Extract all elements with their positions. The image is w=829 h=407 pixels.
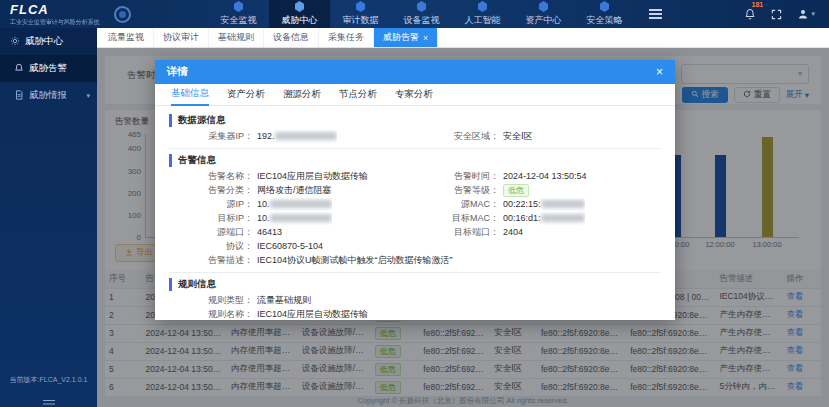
sidebar-item-intel-doc[interactable]: 威胁情报▾ [0,82,97,109]
tab-流量监视[interactable]: 流量监视 [99,28,154,47]
detail-modal: 详情 × 基础信息资产分析溯源分析节点分析专家分析 数据源信息采集器IP：192… [155,60,675,320]
asset-center-icon [539,1,549,12]
field-value: IEC60870-5-104 [257,240,323,253]
nav-item-asset-center[interactable]: 资产中心 [513,0,574,28]
field-value: IEC104应用层自动数据传输 [257,308,368,320]
section-fields: 告警名称：IEC104应用层自动数据传输告警时间：2024-12-04 13:5… [169,170,661,267]
field-value: 192. [257,130,337,143]
tab-基础规则[interactable]: 基础规则 [209,28,264,47]
nav-items: 安全监视威胁中心审计数据设备监视人工智能资产中心安全策略 [208,0,635,28]
section-title: 告警信息 [169,154,661,167]
tab-strip: 流量监视协议审计基础规则设备信息采集任务威胁告警× [97,28,829,48]
tab-label: 采集任务 [328,31,364,44]
nav-item-device-monitor[interactable]: 设备监视 [391,0,452,28]
notifications-bell-icon[interactable]: 181 [744,8,756,20]
field-row: 目标端口：2404 [415,226,661,239]
field-row: 告警描述：IEC104协议U帧测试帧中触发“启动数据传输激活” [169,254,661,267]
tab-协议审计[interactable]: 协议审计 [154,28,209,47]
redacted-value [541,214,585,222]
tab-label: 流量监视 [108,31,144,44]
nav-item-label: 资产中心 [526,14,562,27]
tab-设备信息[interactable]: 设备信息 [264,28,319,47]
sidebar: 威胁中心 威胁告警威胁情报▾ 当前版本:FLCA_V2.1.0.1 [0,28,97,407]
redacted-value [541,200,585,208]
chevron-down-icon: ▾ [86,92,90,100]
field-label: 安全区域： [415,130,499,143]
field-row: 规则类型：流量基础规则 [169,294,661,307]
nav-item-label: 威胁中心 [282,14,318,27]
version-label: 当前版本:FLCA_V2.1.0.1 [0,375,97,385]
nav-item-label: 安全监视 [221,14,257,27]
logo-text: FLCA [10,3,108,17]
field-row: 安全区域：安全Ⅰ区 [415,130,661,143]
tab-采集任务[interactable]: 采集任务 [319,28,374,47]
nav-item-label: 审计数据 [343,14,379,27]
nav-item-ai[interactable]: 人工智能 [452,0,513,28]
close-icon[interactable]: × [423,33,428,43]
modal-tab-专家分析[interactable]: 专家分析 [395,88,433,105]
field-value: 2404 [503,226,523,239]
sidebar-section-threat-center[interactable]: 威胁中心 [0,28,97,55]
field-label: 规则名称： [169,308,253,320]
field-label: 目标MAC： [415,212,499,225]
field-value: IEC104协议U帧测试帧中触发“启动数据传输激活” [257,254,453,267]
field-label: 源端口： [169,226,253,239]
sidebar-item-alarm-bell[interactable]: 威胁告警 [0,55,97,82]
logo-subtitle: 工业安全监管审计与风险分析系统 [10,18,100,25]
field-value: 46413 [257,226,282,239]
field-row: 源MAC：00:22:15: [415,198,661,211]
field-row: 告警时间：2024-12-04 13:50:54 [415,170,661,183]
logo-emblem-icon [114,6,131,23]
field-row: 目标IP：10. [169,212,415,225]
navbar-right: 181 ▾ [744,0,829,28]
modal-tab-溯源分析[interactable]: 溯源分析 [283,88,321,105]
field-row: 源端口：46413 [169,226,415,239]
ai-icon [478,1,488,12]
nav-item-label: 人工智能 [465,14,501,27]
nav-item-threat-center[interactable]: 威胁中心 [269,0,330,28]
user-avatar[interactable]: ▾ [797,8,815,20]
field-value: 00:16:d1: [503,212,585,225]
nav-item-label: 安全策略 [587,14,623,27]
nav-item-label: 设备监视 [404,14,440,27]
nav-item-security-policy[interactable]: 安全策略 [574,0,635,28]
field-value: IEC104应用层自动数据传输 [257,170,368,183]
redacted-value [275,132,337,140]
gear-icon [10,36,20,48]
field-row: 告警等级：低危 [415,184,661,197]
sidebar-item-label: 威胁告警 [29,62,67,75]
security-monitor-icon [234,1,244,12]
tab-label: 协议审计 [163,31,199,44]
sidebar-collapse-icon[interactable] [0,400,97,402]
field-row: 规则名称：IEC104应用层自动数据传输 [169,308,661,320]
tab-label: 设备信息 [273,31,309,44]
field-value: 网络攻击/通信阻塞 [257,184,332,197]
field-value: 安全Ⅰ区 [503,130,533,143]
tab-威胁告警[interactable]: 威胁告警× [374,28,438,47]
field-label: 源MAC： [415,198,499,211]
redacted-value [270,214,332,222]
nav-item-security-monitor[interactable]: 安全监视 [208,0,269,28]
field-label: 告警描述： [169,254,253,267]
modal-tab-资产分析[interactable]: 资产分析 [227,88,265,105]
field-value: 2024-12-04 13:50:54 [503,170,587,183]
field-label: 告警等级： [415,184,499,197]
section-title: 数据源信息 [169,114,661,127]
audit-data-icon [356,1,366,12]
section-divider [169,148,661,149]
field-label: 协议： [169,240,253,253]
nav-item-audit-data[interactable]: 审计数据 [330,0,391,28]
fullscreen-icon[interactable] [771,9,782,20]
section-fields: 规则类型：流量基础规则规则名称：IEC104应用层自动数据传输规则ID：rule… [169,294,661,320]
menu-toggle-icon[interactable] [635,0,675,28]
field-value: 10. [257,212,332,225]
top-navbar: FLCA 工业安全监管审计与风险分析系统 安全监视威胁中心审计数据设备监视人工智… [0,0,829,28]
field-row: 目标MAC：00:16:d1: [415,212,661,225]
close-icon[interactable]: × [656,66,663,78]
modal-header: 详情 × [155,60,675,84]
field-label: 源IP： [169,198,253,211]
modal-body: 数据源信息采集器IP：192.安全区域：安全Ⅰ区告警信息告警名称：IEC104应… [155,106,675,320]
field-row: 协议：IEC60870-5-104 [169,240,415,253]
modal-tab-基础信息[interactable]: 基础信息 [171,87,209,106]
modal-tab-节点分析[interactable]: 节点分析 [339,88,377,105]
